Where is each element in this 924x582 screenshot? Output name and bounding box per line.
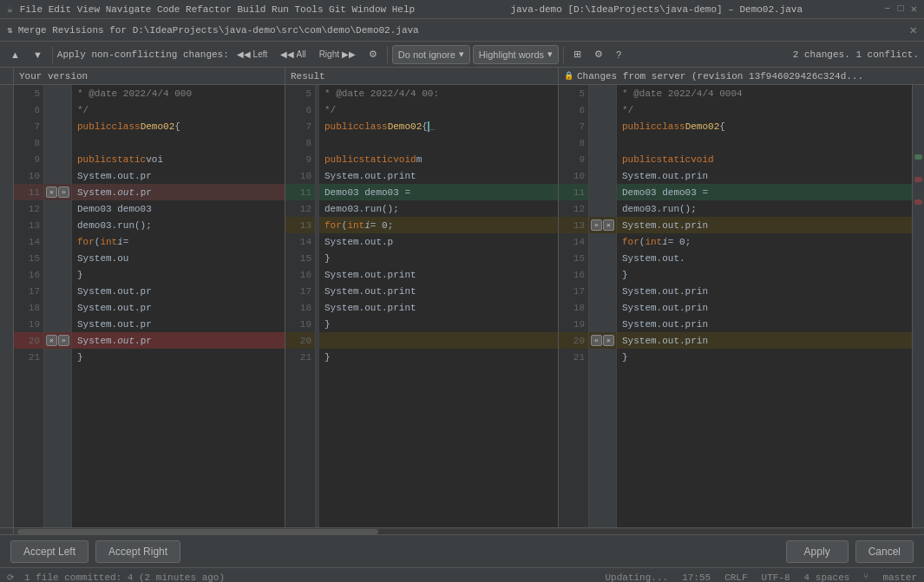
code-line: System.ou [72,250,285,266]
marker-line [589,316,616,332]
code-line: System.out.prin [617,167,912,184]
apply-btn[interactable]: Apply [786,540,849,563]
left-gutter: 5 6 7 8 9 10 11 12 13 14 15 16 17 18 19 … [14,85,44,527]
gutter-line: 15 [14,250,43,266]
code-line: System.out.print [319,283,558,299]
merge-close-btn[interactable]: ✕ [910,23,917,37]
arrow-btn-11[interactable]: » [58,186,69,198]
gutter-line: 18 [14,299,43,316]
marker-line [589,167,616,184]
nav-up-btn[interactable]: ▲ [5,45,25,64]
scrollbar-area[interactable] [0,527,924,534]
code-line: */ [319,101,558,118]
highlight-dropdown-btn[interactable]: Highlight words ▾ [473,45,559,64]
code-line: public class Demo02 { [617,118,912,134]
code-line: System.out.prin [617,299,912,316]
apply-left-btn[interactable]: ◀◀ Left [232,45,272,64]
chevron-down-icon2: ▾ [547,49,553,60]
marker-line [44,167,71,184]
code-line: System.out.print [319,167,558,184]
left-code[interactable]: * @date 2022/4/4 000 */ public class Dem… [72,85,285,527]
marker-line [589,299,616,316]
highlight-label: Highlight words [479,49,544,60]
x-btn-20[interactable]: ✕ [46,335,57,346]
gutter-line: 9 [14,151,43,167]
x-btn-11[interactable]: ✕ [46,186,57,198]
crlf-text: CRLF [724,572,747,583]
left-conflict-row11[interactable]: ✕ » [44,184,71,200]
code-line: System.out.prin [617,283,912,299]
gutter-line: 17 [14,283,43,299]
marker-line [44,299,71,316]
right-conflict-markers: « ✕ « ✕ [589,85,617,527]
apply-right-btn[interactable]: Right ▶▶ [314,45,361,64]
code-line: Demo03 demo03 = [319,184,558,200]
charset-text: UTF-8 [762,572,790,583]
close-btn[interactable]: ✕ [911,3,917,16]
right-conflict-row20[interactable]: « ✕ [589,332,616,349]
marker-line [589,184,616,200]
code-line: demo03.run(); [319,200,558,217]
code-line: Demo03 demo03 = [617,184,912,200]
minimize-btn[interactable]: – [884,3,890,16]
gutter-line: 20 [14,332,43,349]
accept-left-btn[interactable]: Accept Left [10,540,88,563]
code-line: */ [72,101,285,118]
gutter-line: 11 [14,184,43,200]
maximize-btn[interactable]: □ [898,3,904,16]
gutter-line: 13 [14,217,43,233]
cancel-btn[interactable]: Cancel [855,540,914,563]
gutter-line: 21 [14,349,43,365]
bottom-toolbar: Accept Left Accept Right Apply Cancel [0,534,924,567]
settings-btn[interactable]: ⚙ [364,45,383,64]
code-line: } [617,349,912,365]
time-text: 17:55 [682,572,711,583]
right-code[interactable]: * @date 2022/4/4 0004 */ public class De… [617,85,912,527]
title-text: java-demo [D:\IdeaProjects\java-demo] – … [429,4,884,15]
main-content: 5 6 7 8 9 10 11 12 13 14 15 16 17 18 19 … [0,85,924,527]
nav-down-btn[interactable]: ▼ [28,45,48,64]
gear-btn[interactable]: ⚙ [589,45,608,64]
left-conflict-row20[interactable]: ✕ » [44,332,71,349]
arrow-btn-20[interactable]: » [58,335,69,346]
status-right: Updating... 17:55 CRLF UTF-8 4 spaces ⑂ … [606,572,917,583]
right-scroll[interactable] [912,85,924,527]
apply-all-btn[interactable]: ◀◀ All [275,45,311,64]
left-arrow-btn-20[interactable]: « [591,335,602,346]
your-version-header: Your version [14,68,285,84]
gutter-line: 16 [14,266,43,283]
sep1 [52,46,53,63]
marker-line [589,134,616,151]
your-version-label: Your version [19,71,88,82]
left-strip-header [0,68,14,84]
gutter-line: 19 [14,316,43,332]
marker-line [44,217,71,233]
code-line [319,332,558,349]
marker-line [44,283,71,299]
help-btn[interactable]: ? [611,45,626,64]
marker-line [44,233,71,250]
commit-status: 1 file committed: 4 (2 minutes ago) [24,572,225,583]
merge-path: Merge Revisions for D:\IdeaProjects\java… [18,25,905,36]
code-line: for (int i = [72,233,285,250]
marker-line [44,266,71,283]
center-code[interactable]: * @date 2022/4/4 00: */ public class Dem… [319,85,558,527]
marker-line [44,250,71,266]
code-line [319,134,558,151]
code-line: System.out.print [319,299,558,316]
chevron-down-icon: ▾ [459,49,464,60]
updating-text: Updating... [606,572,669,583]
x-btn-r20[interactable]: ✕ [603,335,614,346]
x-btn-r13[interactable]: ✕ [603,219,614,231]
accept-right-btn[interactable]: Accept Right [95,540,180,563]
ignore-dropdown-btn[interactable]: Do not ignore ▾ [392,45,470,64]
code-line: System.out.pr [72,332,285,349]
right-conflict-row13[interactable]: « ✕ [589,217,616,233]
code-line [72,134,285,151]
left-arrow-btn-13[interactable]: « [591,219,602,231]
code-line: System.out.prin [617,316,912,332]
marker-line [589,266,616,283]
columns-btn[interactable]: ⊞ [568,45,587,64]
code-line: for (int i = 0; [319,217,558,233]
branch-icon: ⑂ [863,572,868,582]
